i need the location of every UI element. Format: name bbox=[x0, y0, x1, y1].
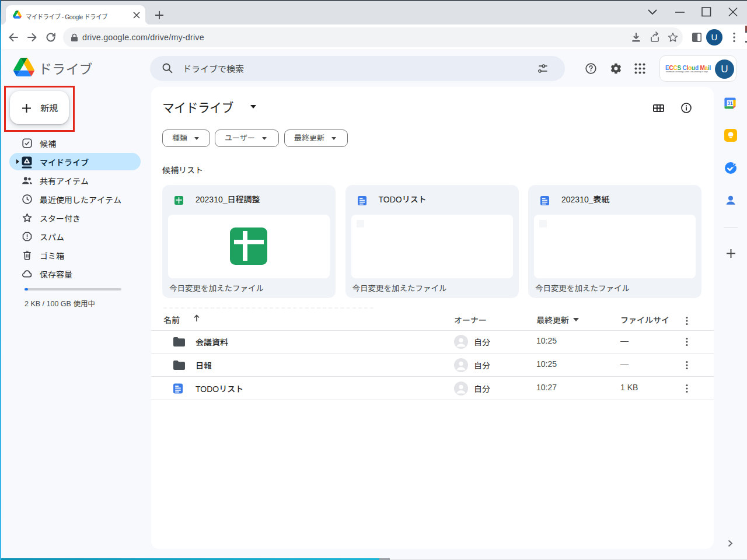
svg-text:31: 31 bbox=[727, 100, 733, 106]
